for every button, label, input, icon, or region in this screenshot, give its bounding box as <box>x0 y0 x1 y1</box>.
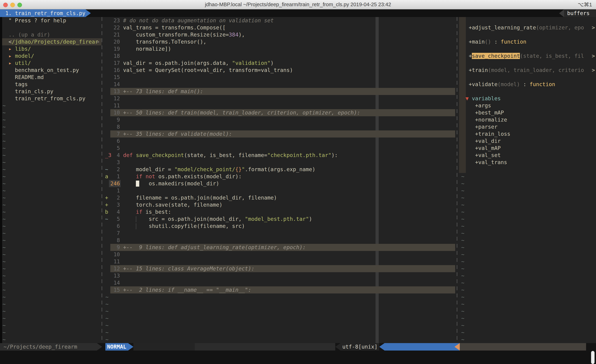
code-line[interactable]: 5~ src = os.path.join(model_dir, "model_… <box>104 216 457 223</box>
tree-item[interactable]: tags <box>2 81 101 88</box>
code-line[interactable]: 17val_dir = os.path.join(args.data, "val… <box>104 59 457 67</box>
code-line[interactable]: 4_3def save_checkpoint(state, is_best, f… <box>104 152 457 159</box>
window-separator[interactable] <box>102 17 102 343</box>
code-line[interactable]: 1 <box>104 187 457 194</box>
tree-item[interactable]: ▸ util/ <box>2 59 101 67</box>
tag-entry[interactable]: +val_set <box>459 152 596 159</box>
tree-item[interactable] <box>2 24 101 31</box>
tag-entry[interactable]: +val_mAP <box>459 145 596 152</box>
tree-item[interactable]: README.md <box>2 74 101 81</box>
code-line[interactable]: 12 <box>104 95 457 102</box>
powerline-arrow-icon <box>128 343 133 350</box>
tree-item[interactable]: .. (up a dir) <box>2 31 101 38</box>
tag-entry[interactable]: +parser <box>459 123 596 131</box>
tree-item[interactable]: ▸ model/ <box>2 52 101 59</box>
empty-line: ~ <box>2 279 101 286</box>
code-line[interactable]: 246 os.makedirs(model_dir) <box>104 180 457 187</box>
empty-line: ~ <box>2 123 101 131</box>
empty-line: ~ <box>2 187 101 194</box>
tree-item[interactable]: benchmark_on_test.py <box>2 67 101 74</box>
code-line[interactable]: 13 <box>104 272 457 279</box>
code-line[interactable]: 21 custom_transform.Resize(size=384), <box>104 31 457 38</box>
tag-entry[interactable]: +validate(model) : function <box>459 81 596 88</box>
statusline: ~/Projects/deep_firearm NORMAL +8 ~3 -3 … <box>0 343 596 350</box>
powerline-arrow-icon <box>335 343 341 350</box>
fold-line[interactable]: 12+-- 15 lines: class AverageMeter(objec… <box>104 265 457 272</box>
gutter-sign: + <box>105 201 108 208</box>
code-line[interactable]: 4b if is_best: <box>104 208 457 216</box>
code-line[interactable]: 8 <box>104 123 457 131</box>
code-line[interactable]: 14 <box>104 81 457 88</box>
code-line[interactable]: 20 transforms.ToTensor(), <box>104 38 457 45</box>
code-line[interactable]: 18 <box>104 52 457 59</box>
tree-item[interactable]: ▸ libs/ <box>2 45 101 52</box>
nerdtree-panel[interactable]: " Press ? for help.. (up a dir)</jdhao/P… <box>2 17 101 343</box>
code-line[interactable]: 8 <box>104 237 457 244</box>
tag-entry[interactable]: +adjust_learning_rate(optimizer, epo> <box>459 24 596 31</box>
code-line[interactable]: 1a if not os.path.exists(model_dir): <box>104 173 457 180</box>
tag-entry[interactable]: +normalize <box>459 116 596 123</box>
tag-entry[interactable]: +val_dir <box>459 138 596 145</box>
empty-line: ~ <box>459 301 596 308</box>
empty-line: ~ <box>104 322 457 329</box>
empty-line: ~ <box>2 194 101 201</box>
code-line[interactable]: 11 <box>104 258 457 265</box>
code-line[interactable]: 7 <box>104 230 457 237</box>
empty-line: ~ <box>2 322 101 329</box>
code-line[interactable]: 3+ torch.save(state, filename) <box>104 201 457 208</box>
tree-item[interactable]: train_cls.py <box>2 88 101 95</box>
tag-entry[interactable]: +save_checkpoint(state, is_best, fil> <box>459 52 596 59</box>
tag-spacer <box>459 74 596 81</box>
empty-line: ~ <box>459 173 596 180</box>
code-line[interactable]: 9 <box>104 116 457 123</box>
window-separator[interactable] <box>457 17 457 343</box>
empty-line: ~ <box>459 251 596 258</box>
fold-line[interactable]: 10+-- 50 lines: def train(model, train_l… <box>104 109 457 116</box>
fold-line[interactable]: 7+-- 35 lines: def validate(model): <box>104 131 457 138</box>
nerdtree-root-path[interactable]: </jdhao/Projects/deep_firear> <box>2 38 101 45</box>
code-line[interactable]: 22val_trans = transforms.Compose([ <box>104 24 457 31</box>
tagbar-panel[interactable]: +adjust_learning_rate(optimizer, epo> +m… <box>459 17 596 343</box>
tag-spacer <box>459 166 596 173</box>
code-line[interactable]: 15 <box>104 74 457 81</box>
scrollbar-thumb[interactable] <box>591 351 595 364</box>
code-line[interactable]: 16val_set = QuerySet(root=val_dir, trans… <box>104 67 457 74</box>
tree-item[interactable]: train_retr_from_cls.py <box>2 95 101 102</box>
empty-line: ~ <box>104 301 457 308</box>
code-line[interactable]: 2~ model_dir = "model/check_point/{}".fo… <box>104 166 457 173</box>
code-line[interactable]: 23# do not do data augmentation on valid… <box>104 17 457 24</box>
code-line[interactable]: 14 <box>104 279 457 286</box>
truncation-icon: > <box>592 52 595 59</box>
left-edge-strip <box>0 17 2 343</box>
tab-train-retr-from-cls[interactable]: 1. train_retr_from_cls.py <box>0 9 91 17</box>
tag-entry[interactable]: +train(model, train_loader, criterio> <box>459 67 596 74</box>
code-line[interactable]: 6 shutil.copyfile(filename, src) <box>104 223 457 230</box>
tag-entry[interactable]: +best_mAP <box>459 109 596 116</box>
code-editor[interactable]: 23# do not do data augmentation on valid… <box>104 17 457 343</box>
tag-entry[interactable]: +val_trans <box>459 159 596 166</box>
code-line[interactable]: 6 <box>104 138 457 145</box>
fold-line[interactable]: 9+-- 9 lines: def adjust_learning_rate(o… <box>104 244 457 251</box>
empty-line: ~ <box>2 159 101 166</box>
truncation-icon: > <box>592 24 595 31</box>
shortcut-indicator: ⌥⌘1 <box>578 0 592 9</box>
code-line[interactable]: 10 <box>104 251 457 258</box>
tag-entry[interactable]: +args <box>459 102 596 109</box>
nerdtree-statusline: ~/Projects/deep_firearm <box>0 343 97 350</box>
tag-entry[interactable]: +main() : function <box>459 38 596 45</box>
tag-entry[interactable]: ▼ variables <box>459 95 596 102</box>
tag-entry[interactable]: +train_loss <box>459 131 596 138</box>
code-line[interactable]: 11 <box>104 102 457 109</box>
code-line[interactable]: 19 normalize]) <box>104 45 457 52</box>
tree-item[interactable]: " Press ? for help <box>2 17 101 24</box>
command-line[interactable] <box>0 350 596 364</box>
empty-line: ~ <box>2 265 101 272</box>
code-line[interactable]: 3 <box>104 159 457 166</box>
code-line[interactable]: 5 <box>104 145 457 152</box>
empty-line: ~ <box>2 131 101 138</box>
fold-line[interactable]: 15+-- 2 lines: if __name__ == "__main__"… <box>104 286 457 293</box>
gutter-sign: a <box>105 173 108 180</box>
empty-line: ~ <box>2 301 101 308</box>
fold-line[interactable]: 13+-- 73 lines: def main(): <box>104 88 457 95</box>
code-line[interactable]: 2+ filename = os.path.join(model_dir, fi… <box>104 194 457 201</box>
